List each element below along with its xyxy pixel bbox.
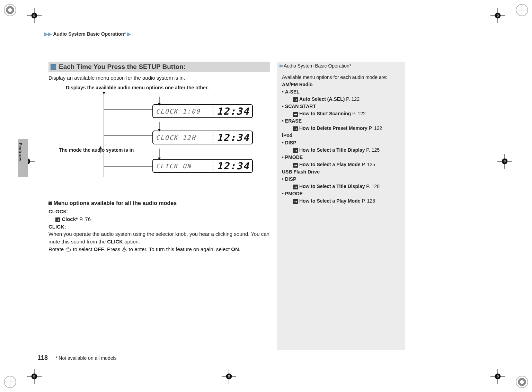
sidebar-item-list: A-SEL ➔ Auto Select (A.SEL) P. 122 SCAN …: [282, 88, 400, 132]
chevron-right-icon: ▶▶: [44, 31, 52, 37]
divider-icon: [213, 106, 213, 116]
chevron-right-icon: ≫: [278, 63, 284, 69]
sidebar-item-list: DISP ➔ How to Select a Title Display P. …: [282, 176, 400, 205]
link-arrow-icon: ➔: [293, 126, 298, 131]
link-arrow-icon: ➔: [293, 112, 298, 117]
svg-point-0: [4, 4, 16, 16]
clock-label: CLOCK:: [48, 208, 270, 215]
sidebar-item-list: DISP ➔ How to Select a Title Display P. …: [282, 139, 400, 168]
lcd-left-text: CLOCK 12H: [156, 134, 209, 141]
diagram-caption-top: Displays the available audio menu option…: [66, 85, 209, 90]
link-arrow-icon: ➔: [293, 163, 298, 168]
svg-point-8: [516, 376, 528, 388]
list-item: SCAN START ➔ How to Start Scanning P. 12…: [282, 103, 400, 117]
link-arrow-icon: ➔: [293, 199, 298, 204]
svg-point-48: [122, 249, 126, 251]
square-bullet-icon: [51, 64, 56, 70]
setup-menu-diagram: Displays the available audio menu option…: [48, 85, 256, 189]
list-item: DISP ➔ How to Select a Title Display P. …: [282, 139, 400, 154]
lcd-row: CLICK ON 12:34: [152, 159, 253, 173]
link-arrow-icon: ➔: [293, 185, 298, 189]
sidebar-group-heading: USB Flash Drive: [282, 168, 400, 176]
list-item: ERASE ➔ How to Delete Preset Memory P. 1…: [282, 117, 400, 132]
lcd-row: CLOCK 12H 12:34: [152, 131, 253, 144]
section-tab-features: Features: [18, 139, 28, 177]
crosshair-icon: [222, 369, 236, 384]
lcd-left-text: CLOCK 1:00: [156, 108, 209, 115]
sidebar-intro: Available menu options for each audio mo…: [282, 74, 400, 81]
breadcrumb: ▶▶ Audio System Basic Operation* ▶: [44, 31, 488, 39]
link-arrow-icon: ➔: [293, 148, 298, 153]
footnote: * Not available on all models: [55, 355, 117, 361]
clock-link-label: Clock*: [62, 216, 78, 222]
info-sidebar: ≫Audio System Basic Operation* Available…: [277, 62, 405, 350]
divider-icon: [213, 132, 213, 143]
svg-point-47: [66, 249, 71, 251]
lcd-left-text: CLICK ON: [156, 162, 209, 170]
clock-link-page: P. 76: [79, 216, 91, 222]
list-item: PMODE ➔ How to Select a Play Mode P. 128: [282, 190, 400, 205]
page-footer: 118 * Not available on all models: [37, 354, 117, 362]
link-arrow-icon: ➔: [293, 97, 298, 102]
rotate-knob-icon: [65, 247, 71, 254]
crosshair-icon: [27, 8, 42, 23]
sub-heading: Menu options available for all the audio…: [48, 199, 270, 207]
click-paragraph-1: When you operate the audio system using …: [48, 230, 270, 246]
crosshair-icon: [27, 369, 42, 384]
list-item: A-SEL ➔ Auto Select (A.SEL) P. 122: [282, 88, 400, 103]
crosshair-icon: [490, 369, 505, 384]
sidebar-heading: ≫Audio System Basic Operation*: [277, 62, 405, 70]
crosshair-icon: [490, 8, 505, 23]
lcd-right-text: 12:34: [217, 160, 249, 172]
section-tab-label: Features: [18, 143, 23, 161]
print-mark-icon: [515, 375, 529, 389]
section-subtitle: Display an available menu option for the…: [48, 75, 270, 81]
link-arrow-icon: ➔: [55, 217, 60, 222]
click-paragraph-2: Rotate to select OFF. Press to enter. To…: [48, 246, 270, 254]
body-text: Menu options available for all the audio…: [48, 199, 270, 254]
list-item: DISP ➔ How to Select a Title Display P. …: [282, 176, 400, 190]
svg-point-1: [7, 7, 13, 13]
crosshair-icon: [497, 154, 512, 169]
print-mark-icon: [3, 3, 17, 17]
lcd-row: CLOCK 1:00 12:34: [152, 104, 253, 118]
svg-point-9: [519, 379, 525, 385]
chevron-right-icon: ▶: [127, 31, 131, 37]
breadcrumb-label: Audio System Basic Operation*: [53, 31, 126, 37]
sidebar-group-heading: AM/FM Radio: [282, 81, 400, 88]
page-number: 118: [37, 354, 48, 361]
sidebar-body: Available menu options for each audio mo…: [277, 70, 405, 350]
clock-link-row: ➔ Clock* P. 76: [55, 215, 270, 223]
click-label: CLICK:: [48, 223, 270, 231]
section-heading-label: Each Time You Press the SETUP Button:: [59, 63, 186, 71]
lcd-right-text: 12:34: [217, 132, 249, 143]
list-item: PMODE ➔ How to Select a Play Mode P. 125: [282, 154, 400, 168]
print-mark-icon: [3, 375, 17, 389]
print-mark-icon: [515, 3, 529, 17]
press-knob-icon: [122, 246, 127, 254]
square-bullet-icon: [48, 202, 52, 205]
lcd-right-text: 12:34: [217, 106, 249, 117]
main-content: Each Time You Press the SETUP Button: Di…: [48, 62, 270, 254]
sidebar-group-heading: iPod: [282, 132, 400, 139]
divider-icon: [213, 161, 213, 171]
section-heading: Each Time You Press the SETUP Button:: [48, 62, 270, 72]
